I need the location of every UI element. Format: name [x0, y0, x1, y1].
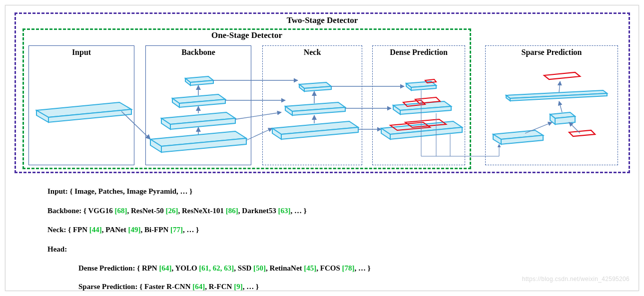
desc-sparse-label: Sparse Prediction: { — [78, 283, 144, 291]
one-stage-title: One-Stage Detector — [22, 30, 471, 40]
box-neck-label: Neck — [263, 48, 362, 57]
box-backbone-label: Backbone — [146, 48, 251, 57]
desc-s-faster: Faster R-CNN — [144, 283, 192, 291]
desc-bb-darknet: , Darknet53 — [238, 207, 278, 215]
desc-neck-bifpn: , Bi-FPN — [140, 226, 170, 234]
desc-d-ssd: , SSD — [234, 264, 253, 272]
ref-vgg: [68] — [114, 207, 127, 215]
ref-fcos: [78] — [342, 264, 355, 272]
desc-input: Input: { Image, Patches, Image Pyramid, … — [47, 184, 617, 199]
ref-fpn: [44] — [89, 226, 102, 234]
desc-close-5: } — [254, 283, 259, 291]
ref-rfcn: [9] — [234, 283, 243, 291]
box-neck: Neck — [262, 45, 362, 165]
ref-rpn: [64] — [159, 264, 171, 272]
ref-retina: [45] — [304, 264, 316, 272]
desc-d-rpn: RPN — [142, 264, 159, 272]
ref-bifpn: [77] — [170, 226, 183, 234]
box-input-label: Input — [29, 48, 134, 57]
desc-dense-label: Dense Prediction: { — [78, 264, 142, 272]
desc-neck-etc: , … — [183, 226, 194, 234]
desc-bb-etc: , … — [290, 207, 302, 215]
desc-close-3: } — [194, 226, 199, 234]
desc-neck-fpn: FPN — [73, 226, 89, 234]
box-backbone: Backbone — [145, 45, 251, 165]
desc-backbone: Backbone: { VGG16 [68], ResNet-50 [26], … — [47, 204, 617, 218]
desc-input-label: Input: { — [47, 187, 74, 195]
desc-backbone-label: Backbone: { — [47, 207, 88, 215]
box-input: Input — [28, 45, 134, 165]
desc-head: Head: — [47, 242, 617, 257]
desc-input-body: Image, Patches, Image Pyramid, … — [74, 187, 187, 195]
ref-resnext: [86] — [226, 207, 238, 215]
two-stage-title: Two-Stage Detector — [14, 15, 630, 25]
desc-d-retina: , RetinaNet — [266, 264, 304, 272]
desc-neck: Neck: { FPN [44], PANet [49], Bi-FPN [77… — [47, 223, 617, 237]
ref-panet: [49] — [128, 226, 140, 234]
desc-close-1: } — [187, 187, 192, 195]
box-sparse-label: Sparse Prediction — [486, 48, 618, 57]
desc-s-etc: , … — [243, 283, 254, 291]
ref-yolo: [61, 62, 63] — [199, 264, 234, 272]
box-dense-label: Dense Prediction — [373, 48, 465, 57]
watermark: https://blog.csdn.net/weixin_42595206 — [522, 276, 630, 283]
box-sparse: Sparse Prediction — [485, 45, 618, 165]
desc-dense: Dense Prediction: { RPN [64], YOLO [61, … — [47, 261, 617, 276]
ref-ssd: [50] — [253, 264, 266, 272]
desc-close-4: } — [366, 264, 371, 272]
ref-faster: [64] — [192, 283, 205, 291]
ref-resnet: [26] — [165, 207, 178, 215]
desc-d-yolo: , YOLO — [171, 264, 199, 272]
figure-frame: Two-Stage Detector One-Stage Detector In… — [5, 5, 639, 291]
desc-neck-panet: , PANet — [102, 226, 128, 234]
desc-d-etc: , … — [355, 264, 366, 272]
desc-head-label: Head: — [47, 245, 67, 253]
ref-darknet: [63] — [278, 207, 290, 215]
desc-bb-resnext: , ResNeXt-101 — [178, 207, 225, 215]
desc-s-rfcn: , R-FCN — [205, 283, 234, 291]
desc-bb-vgg: VGG16 — [88, 207, 114, 215]
desc-close-2: } — [302, 207, 307, 215]
desc-bb-resnet: , ResNet-50 — [127, 207, 165, 215]
desc-neck-label: Neck: { — [47, 226, 73, 234]
desc-d-fcos: , FCOS — [316, 264, 342, 272]
box-dense: Dense Prediction — [372, 45, 465, 165]
